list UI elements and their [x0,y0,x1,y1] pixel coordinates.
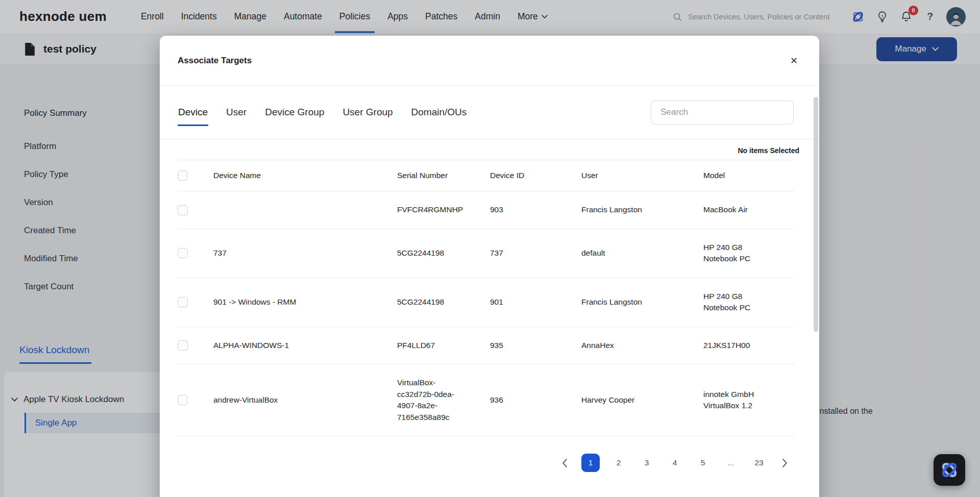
cell-id: 737 [490,247,581,259]
cell-serial: FVFCR4RGMNHP [397,204,490,215]
cell-serial: 5CG2244198 [397,296,490,308]
modal-tabs: DeviceUserDevice GroupUser GroupDomain/O… [178,98,467,126]
cell-name: 901 -> Windows - RMM [213,296,397,308]
cell-model: 21JKS17H00 [703,340,794,351]
pagination-page-2[interactable]: 2 [609,454,628,472]
devices-table: Device NameSerial NumberDevice IDUserMod… [160,160,819,436]
cell-model: HP 240 G8 Notebook PC [703,242,794,265]
modal-search-input[interactable] [651,101,794,125]
cell-serial: 5CG2244198 [397,247,490,259]
row-checkbox[interactable] [178,297,188,307]
modal-title: Associate Targets [178,56,252,66]
tab-user-group[interactable]: User Group [342,98,393,126]
pagination-ellipsis: ... [722,454,740,472]
table-header-row: Device NameSerial NumberDevice IDUserMod… [178,160,794,191]
cell-model: HP 240 G8 Notebook PC [703,291,794,314]
cell-id: 901 [490,296,581,308]
cell-name: andrew-VirtualBox [213,394,397,406]
pagination-page-5[interactable]: 5 [694,454,712,472]
table-row: 7375CG2244198737defaultHP 240 G8 Noteboo… [178,229,794,278]
table-row: FVFCR4RGMNHP903Francis LangstonMacBook A… [178,191,794,229]
modal-tabs-row: DeviceUserDevice GroupUser GroupDomain/O… [160,86,819,139]
modal-header: Associate Targets ✕ [160,36,819,86]
select-all-checkbox[interactable] [178,170,188,181]
table-row: andrew-VirtualBoxVirtualBox-cc32d72b-0de… [178,364,794,436]
tab-device[interactable]: Device [178,98,208,126]
row-checkbox[interactable] [178,205,188,215]
pagination-next-icon[interactable] [782,459,788,467]
tab-domain-ous[interactable]: Domain/OUs [411,98,468,126]
cell-user: Francis Langston [581,204,703,215]
column-header-device-id: Device ID [490,170,581,181]
cell-user: AnnaHex [581,340,703,351]
cell-id: 903 [490,204,581,215]
pagination-page-3[interactable]: 3 [638,454,656,472]
cell-id: 936 [490,394,581,406]
tab-device-group[interactable]: Device Group [264,98,325,126]
cell-user: Francis Langston [581,296,703,308]
column-header-model: Model [703,170,794,181]
table-row: 901 -> Windows - RMM5CG2244198901Francis… [178,278,794,327]
column-header-serial-number: Serial Number [397,170,490,181]
pagination-prev-icon[interactable] [562,459,568,467]
row-checkbox[interactable] [178,395,188,405]
column-header-device-name: Device Name [213,170,397,181]
cell-id: 935 [490,340,581,351]
cell-serial: VirtualBox-cc32d72b-0dea-4907-8a2e-7165e… [397,377,490,423]
cell-name: ALPHA-WINDOWS-1 [213,340,397,351]
cell-name: 737 [213,247,397,259]
associate-targets-modal: Associate Targets ✕ DeviceUserDevice Gro… [160,36,819,497]
close-icon[interactable]: ✕ [790,56,798,65]
modal-scrollbar[interactable] [814,97,818,332]
tab-user[interactable]: User [226,98,247,126]
pagination-page-1[interactable]: 1 [581,454,600,472]
cell-model: innotek GmbH VirtualBox 1.2 [703,389,794,412]
cell-model: MacBook Air [703,204,794,215]
selection-status: No items Selected [738,146,799,155]
selection-status-row: No items Selected [160,139,819,160]
screen: hexnode uem EnrollIncidentsManageAutomat… [0,0,980,497]
cell-user: Harvey Cooper [581,394,703,406]
row-checkbox[interactable] [178,340,188,351]
pagination: 12345...23 [160,454,819,472]
pagination-page-4[interactable]: 4 [666,454,684,472]
column-header-user: User [581,170,703,181]
cell-serial: PF4LLD67 [397,340,490,351]
table-row: ALPHA-WINDOWS-1PF4LLD67935AnnaHex21JKS17… [178,327,794,364]
hexnode-chat-widget-button[interactable] [934,454,965,486]
pagination-page-23[interactable]: 23 [750,454,768,472]
row-checkbox[interactable] [178,248,188,258]
cell-user: default [581,247,703,259]
